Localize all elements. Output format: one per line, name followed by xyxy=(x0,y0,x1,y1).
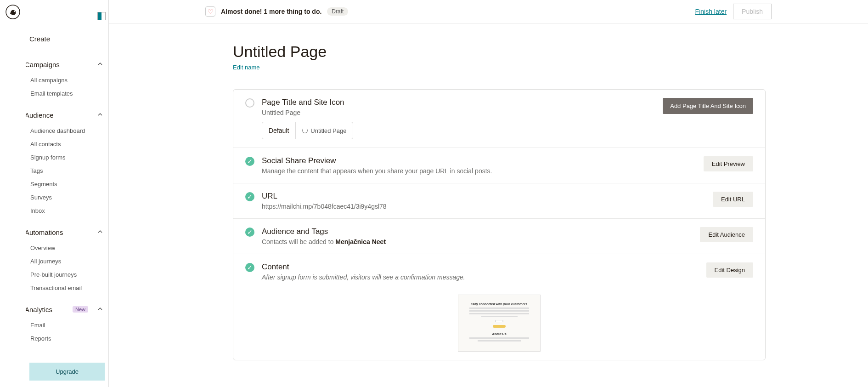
status-done-icon: ✓ xyxy=(245,157,254,166)
topbar-status-text: Almost done! 1 more thing to do. xyxy=(221,8,321,15)
status-done-icon: ✓ xyxy=(245,228,254,237)
sidebar-item-campaigns[interactable]: Campaigns xyxy=(26,55,108,74)
sidebar-sub-tags[interactable]: Tags xyxy=(28,164,108,177)
sidebar-sub-email[interactable]: Email xyxy=(28,319,108,332)
sidebar: Create Campaigns All campaigns Email tem… xyxy=(26,0,108,387)
publish-button[interactable]: Publish xyxy=(733,4,772,19)
draft-badge: Draft xyxy=(327,7,348,16)
edit-preview-button[interactable]: Edit Preview xyxy=(704,156,753,171)
section-title-audience: Audience and Tags xyxy=(262,227,693,236)
sidebar-sub-email-templates[interactable]: Email templates xyxy=(28,87,108,100)
main-panel: ♡ Almost done! 1 more thing to do. Draft… xyxy=(108,0,868,387)
sidebar-sub-all-journeys[interactable]: All journeys xyxy=(28,255,108,268)
sidebar-item-analytics[interactable]: Analytics New xyxy=(26,300,108,319)
sidebar-collapse-icon[interactable] xyxy=(97,12,106,20)
section-desc-audience: Contacts will be added to Menjačnica Nee… xyxy=(262,238,693,245)
heart-calendar-icon: ♡ xyxy=(205,6,215,17)
section-title-url: URL xyxy=(262,192,705,201)
sidebar-sub-inbox[interactable]: Inbox xyxy=(28,204,108,217)
section-title-social: Social Share Preview xyxy=(262,156,696,165)
create-label: Create xyxy=(29,35,50,43)
finish-later-link[interactable]: Finish later xyxy=(695,8,727,15)
chevron-up-icon xyxy=(97,61,105,68)
chevron-up-icon xyxy=(97,306,105,313)
section-desc-social: Manage the content that appears when you… xyxy=(262,167,696,175)
checklist-card: Page Title and Site Icon Untitled Page D… xyxy=(233,89,766,360)
edit-audience-button[interactable]: Edit Audience xyxy=(700,227,753,242)
sidebar-sub-audience-dashboard[interactable]: Audience dashboard xyxy=(28,124,108,137)
edit-design-button[interactable]: Edit Design xyxy=(706,262,753,278)
upgrade-button[interactable]: Upgrade xyxy=(29,363,105,381)
browser-tab-preview: Default Untitled Page xyxy=(262,122,353,139)
status-done-icon: ✓ xyxy=(245,192,254,201)
new-badge: New xyxy=(73,306,88,313)
logo-rail xyxy=(0,0,26,387)
chevron-up-icon xyxy=(97,228,105,236)
sidebar-sub-reports[interactable]: Reports xyxy=(28,332,108,345)
sidebar-sub-overview[interactable]: Overview xyxy=(28,241,108,255)
sidebar-sub-segments[interactable]: Segments xyxy=(28,177,108,191)
chevron-up-icon xyxy=(97,111,105,119)
sidebar-sub-prebuilt-journeys[interactable]: Pre-built journeys xyxy=(28,268,108,281)
section-desc-url: https://mailchi.mp/7b048fcaec41/3i9y4gsl… xyxy=(262,203,705,210)
status-todo-icon xyxy=(245,98,254,108)
page-title: Untitled Page xyxy=(233,43,766,61)
mailchimp-logo-icon[interactable] xyxy=(6,5,20,21)
sidebar-sub-surveys[interactable]: Surveys xyxy=(28,191,108,204)
sidebar-item-automations[interactable]: Automations xyxy=(26,223,108,241)
edit-name-link[interactable]: Edit name xyxy=(233,64,260,71)
sidebar-sub-all-contacts[interactable]: All contacts xyxy=(28,137,108,151)
create-button[interactable]: Create xyxy=(26,29,108,55)
sidebar-sub-signup-forms[interactable]: Signup forms xyxy=(28,151,108,164)
section-subtitle: Untitled Page xyxy=(262,109,655,116)
spinner-icon xyxy=(302,128,308,133)
section-desc-content: After signup form is submitted, visitors… xyxy=(262,273,699,281)
content-preview-thumbnail[interactable]: Stay connected with your customers About… xyxy=(458,295,541,352)
sidebar-sub-all-campaigns[interactable]: All campaigns xyxy=(28,74,108,87)
topbar: ♡ Almost done! 1 more thing to do. Draft… xyxy=(109,0,868,23)
sidebar-item-audience[interactable]: Audience xyxy=(26,106,108,124)
sidebar-sub-transactional-email[interactable]: Transactional email xyxy=(28,281,108,295)
section-title-page-title: Page Title and Site Icon xyxy=(262,98,655,107)
svg-point-1 xyxy=(14,11,15,12)
status-done-icon: ✓ xyxy=(245,263,254,272)
edit-url-button[interactable]: Edit URL xyxy=(713,192,753,207)
section-title-content: Content xyxy=(262,262,699,272)
add-page-title-button[interactable]: Add Page Title And Site Icon xyxy=(663,98,753,114)
